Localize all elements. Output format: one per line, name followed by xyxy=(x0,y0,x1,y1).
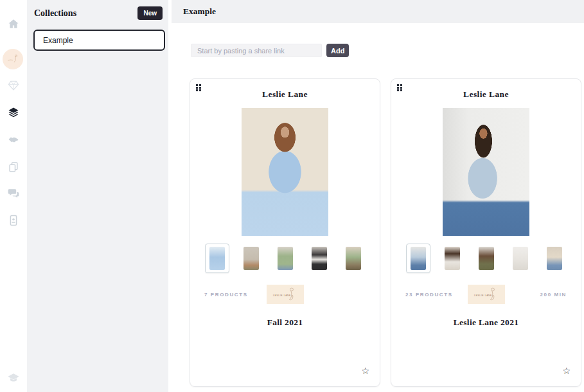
collection-card: Leslie Lane 7 PRODUCTS LESLIE LANE xyxy=(190,78,380,387)
layers-icon[interactable] xyxy=(7,106,20,119)
drag-handle-icon[interactable] xyxy=(397,84,402,91)
products-count-label: 7 PRODUCTS xyxy=(204,292,248,298)
main-header: Example xyxy=(172,0,584,23)
card-meta-row: 7 PRODUCTS LESLIE LANE xyxy=(204,285,366,304)
collections-panel-title: Collections xyxy=(34,8,76,19)
product-thumbnail xyxy=(411,247,426,270)
duration-label: 200 MIN xyxy=(540,292,567,298)
product-thumbnail xyxy=(209,247,225,270)
share-link-input[interactable] xyxy=(191,44,322,57)
brand-logo-tile[interactable]: LESLIE LANE xyxy=(267,285,304,304)
product-thumbnail[interactable] xyxy=(312,247,327,270)
copy-icon[interactable] xyxy=(7,161,20,174)
chat-icon[interactable] xyxy=(7,187,20,200)
collection-title: Leslie Lane 2021 xyxy=(391,317,581,328)
thumbnail-selected[interactable] xyxy=(406,244,430,273)
collection-item-label: Example xyxy=(43,36,73,45)
brand-logo-text: LESLIE LANE xyxy=(273,294,291,297)
main-area: Example Add Leslie Lane 7 PRODUCTS LESLI xyxy=(172,0,584,392)
product-thumbnail[interactable] xyxy=(445,247,460,270)
brand-avatar[interactable] xyxy=(3,49,23,69)
home-icon[interactable] xyxy=(7,17,20,30)
favorite-star-icon[interactable]: ☆ xyxy=(562,366,571,375)
product-thumbnail[interactable] xyxy=(513,247,528,270)
id-card-icon[interactable] xyxy=(7,214,20,227)
main-product-image[interactable] xyxy=(443,108,529,236)
page-title: Example xyxy=(183,6,216,17)
collection-title: Fall 2021 xyxy=(190,317,380,328)
main-product-image[interactable] xyxy=(242,108,328,236)
card-brand-title: Leslie Lane xyxy=(391,89,581,100)
product-thumbnail[interactable] xyxy=(479,247,494,270)
favorite-star-icon[interactable]: ☆ xyxy=(361,366,369,375)
drag-handle-icon[interactable] xyxy=(196,84,201,91)
product-thumbnail[interactable] xyxy=(547,247,562,270)
graduation-cap-icon[interactable] xyxy=(7,371,20,384)
new-collection-button[interactable]: New xyxy=(137,6,163,20)
product-thumbnail[interactable] xyxy=(278,247,293,270)
card-brand-title: Leslie Lane xyxy=(190,89,380,100)
thumbnail-row xyxy=(190,244,380,273)
gem-icon[interactable] xyxy=(7,79,20,92)
share-link-toolbar: Add xyxy=(191,44,349,57)
card-meta-row: 23 PRODUCTS LESLIE LANE 200 MIN xyxy=(405,285,567,304)
add-button[interactable]: Add xyxy=(326,44,349,57)
collection-cards-row: Leslie Lane 7 PRODUCTS LESLIE LANE xyxy=(190,78,581,387)
collections-panel: Collections New Example xyxy=(27,0,168,392)
products-count-label: 23 PRODUCTS xyxy=(405,292,453,298)
collection-card: Leslie Lane 23 PRODUCTS LESLIE LANE 200 … xyxy=(391,78,581,387)
brand-logo-tile[interactable]: LESLIE LANE xyxy=(468,285,505,304)
product-thumbnail[interactable] xyxy=(346,247,361,270)
handshake-icon[interactable] xyxy=(7,134,20,147)
thumbnail-selected[interactable] xyxy=(205,244,229,273)
product-thumbnail[interactable] xyxy=(243,247,259,270)
collection-item-example[interactable]: Example xyxy=(33,30,165,51)
thumbnail-row xyxy=(391,244,581,273)
icon-rail xyxy=(0,0,27,392)
brand-logo-text: LESLIE LANE xyxy=(474,294,492,297)
